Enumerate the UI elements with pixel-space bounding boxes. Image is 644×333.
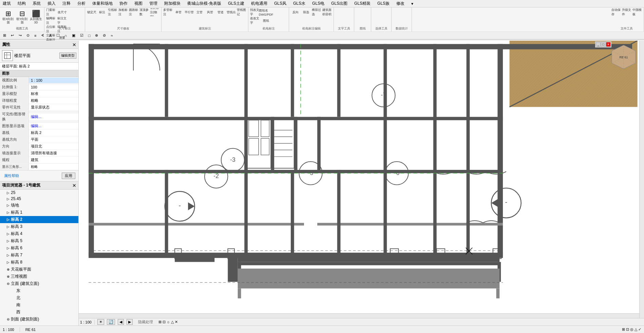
- btn-parallel-pipe[interactable]: 平行管: [184, 8, 194, 16]
- qat-btn-13[interactable]: ⊕: [93, 33, 100, 38]
- canvas-nav-right[interactable]: ▶: [127, 319, 133, 325]
- prop-val-view-scale[interactable]: 1 : 100: [29, 78, 78, 83]
- qat-btn-15[interactable]: ≈: [109, 33, 114, 38]
- menu-system[interactable]: 系统: [31, 0, 42, 7]
- btn-3d-from-section[interactable]: ⬛ 从剖面生3D: [29, 8, 43, 26]
- btn-single-pipe-mark[interactable]: 单管: [173, 8, 184, 16]
- btn-filter[interactable]: 筛选: [301, 8, 311, 16]
- btn-reverse[interactable]: 反向: [290, 8, 301, 16]
- menu-gls-interior[interactable]: GLS精装: [353, 0, 372, 7]
- prop-val-graphic-display[interactable]: 编辑...: [29, 123, 78, 129]
- btn-vertical-pipe[interactable]: 立管: [194, 8, 205, 16]
- tree-item-level3[interactable]: ▷ 标高 3: [0, 223, 78, 230]
- tree-item-ceiling-plans[interactable]: ⊕ 天花板平面: [0, 266, 78, 273]
- minimize-btn[interactable]: _: [596, 42, 601, 47]
- tree-item-site[interactable]: ▷ 场地: [0, 202, 78, 209]
- menu-architecture[interactable]: 建筑: [1, 0, 12, 7]
- btn-refine-filter[interactable]: 稀筛过选: [311, 8, 322, 16]
- btn-x-section[interactable]: ⊞ 朝X向剖面: [1, 8, 15, 26]
- btn-leader-mark[interactable]: 引线标注: [108, 8, 118, 16]
- vertical-scrollbar[interactable]: [639, 41, 644, 318]
- tree-item-level6[interactable]: ▷ 标高 6: [0, 244, 78, 252]
- horizontal-scrollbar[interactable]: [79, 313, 639, 318]
- btn-multi-pipe-mark[interactable]: 多管标注: [163, 8, 173, 16]
- menu-gls-civil[interactable]: GLS土建: [227, 0, 246, 7]
- btn-sheet-name[interactable]: 图纸名 DWG/PDF: [261, 8, 271, 16]
- btn-label[interactable]: 标注: [97, 8, 107, 16]
- edit-type-btn[interactable]: 编辑类型: [59, 53, 76, 59]
- menu-view[interactable]: 视图: [133, 0, 144, 7]
- tree-item-2545[interactable]: ▷ 25.45: [0, 196, 78, 202]
- menu-analysis[interactable]: 分析: [76, 0, 87, 7]
- btn-china-template[interactable]: 中国模板: [632, 8, 642, 16]
- tree-item-north[interactable]: 北: [0, 294, 78, 301]
- menu-gls-hvac[interactable]: GLS风: [273, 0, 288, 7]
- qat-btn-6[interactable]: ∢: [39, 33, 46, 38]
- btn-axis-mark[interactable]: 轴网标注: [46, 17, 56, 25]
- close-btn[interactable]: ✕: [606, 42, 611, 47]
- qat-btn-14[interactable]: ⊘: [101, 33, 108, 38]
- menu-gls-family[interactable]: GLS族: [376, 0, 391, 7]
- tree-item-east[interactable]: 东: [0, 287, 78, 294]
- btn-bold-mark[interactable]: 加粗标注: [118, 8, 128, 16]
- menu-annotation[interactable]: 注释: [61, 0, 72, 7]
- qat-btn-5[interactable]: ≡: [33, 33, 38, 38]
- btn-building-area[interactable]: 建筑面积容积: [322, 8, 332, 16]
- qat-btn-4[interactable]: ⊙: [25, 33, 31, 38]
- btn-duct-mark[interactable]: 风管: [205, 8, 215, 16]
- restore-btn[interactable]: □: [601, 42, 606, 47]
- properties-close-btn[interactable]: ✕: [72, 42, 76, 47]
- qat-btn-2[interactable]: ↩: [9, 33, 16, 38]
- project-browser-close-btn[interactable]: ✕: [72, 183, 76, 188]
- navigation-cube[interactable]: RE 61: [610, 43, 637, 71]
- btn-sheet[interactable]: 图纸: [261, 17, 271, 25]
- tree-item-level2[interactable]: ▷ 标高 2: [0, 216, 78, 223]
- qat-btn-1[interactable]: ⊞: [1, 33, 8, 38]
- menu-mass[interactable]: 体量和场地: [91, 0, 114, 7]
- btn-door-window-mark[interactable]: 门窗标注: [46, 8, 56, 16]
- tree-item-south[interactable]: 南: [0, 301, 78, 309]
- tree-item-level8[interactable]: ▷ 标高 8: [0, 259, 78, 266]
- btn-autosave[interactable]: 自动保存: [611, 8, 621, 16]
- btn-change-dim[interactable]: 改尺寸: [57, 8, 67, 16]
- tree-item-3d-views[interactable]: ⊕ 三维视图: [0, 273, 78, 280]
- btn-edit-text[interactable]: 改改文字: [250, 17, 260, 25]
- tree-item-level4[interactable]: ▷ 标高 4: [0, 230, 78, 237]
- menu-qcshan[interactable]: 衢城山块模-免表版: [186, 0, 223, 7]
- btn-circle-mark[interactable]: 圆路标注: [129, 8, 139, 16]
- qat-btn-3[interactable]: ↪: [17, 33, 23, 38]
- menu-gls-plumb[interactable]: GLS水: [292, 0, 307, 7]
- btn-lock-dim[interactable]: 锁定尺: [87, 8, 97, 16]
- menu-more[interactable]: ▾: [410, 1, 415, 7]
- props-help-btn[interactable]: 属性帮助: [2, 172, 21, 179]
- prop-val-visibility[interactable]: 编辑...: [29, 114, 78, 120]
- tree-item-25[interactable]: ▷ 25: [0, 190, 78, 196]
- menu-gls-elec[interactable]: GLS电: [311, 0, 326, 7]
- menu-gls-drawing[interactable]: GLS出图: [330, 0, 349, 7]
- canvas-nav-sun[interactable]: ☀: [97, 319, 104, 325]
- btn-pipe-dist-mark[interactable]: 管距标注(物定): [150, 8, 160, 16]
- tree-item-level5[interactable]: ▷ 标高 5: [0, 237, 78, 244]
- menu-addons[interactable]: 附加模块: [163, 0, 182, 7]
- canvas-nav-left[interactable]: ◀: [118, 319, 124, 325]
- qat-btn-12[interactable]: □: [87, 33, 92, 38]
- menu-mep-common[interactable]: 机电通用: [250, 0, 269, 7]
- btn-upgrade-file[interactable]: 升级文件: [622, 8, 632, 16]
- menu-modify[interactable]: 修改: [395, 0, 406, 7]
- menu-structure[interactable]: 结构: [16, 0, 27, 7]
- canvas-area[interactable]: -7 -3 -2 -5 -6 - -: [79, 41, 644, 326]
- btn-dim-text[interactable]: 标注文字: [57, 17, 67, 25]
- btn-top-params[interactable]: 顶顶参数: [139, 8, 149, 16]
- tree-item-west[interactable]: 西: [0, 309, 78, 316]
- btn-pipe-out[interactable]: 管线出: [226, 8, 236, 16]
- menu-collaborate[interactable]: 协作: [118, 0, 129, 7]
- tree-item-sections[interactable]: ⊖ 剖面 (建筑剖面): [0, 316, 78, 323]
- btn-pipe-mark[interactable]: 管道: [215, 8, 226, 16]
- btn-pipe-diagram[interactable]: 管线图记: [236, 8, 247, 16]
- tree-item-level1[interactable]: ▷ 标高 1: [0, 209, 78, 216]
- btn-find-text[interactable]: 找改文字: [250, 8, 260, 16]
- tree-item-elevations[interactable]: ⊖ 立面 (建筑立面): [0, 280, 78, 287]
- menu-manage[interactable]: 管理: [148, 0, 159, 7]
- tree-item-level7[interactable]: ▷ 标高 7: [0, 252, 78, 259]
- menu-insert[interactable]: 插入: [46, 0, 57, 7]
